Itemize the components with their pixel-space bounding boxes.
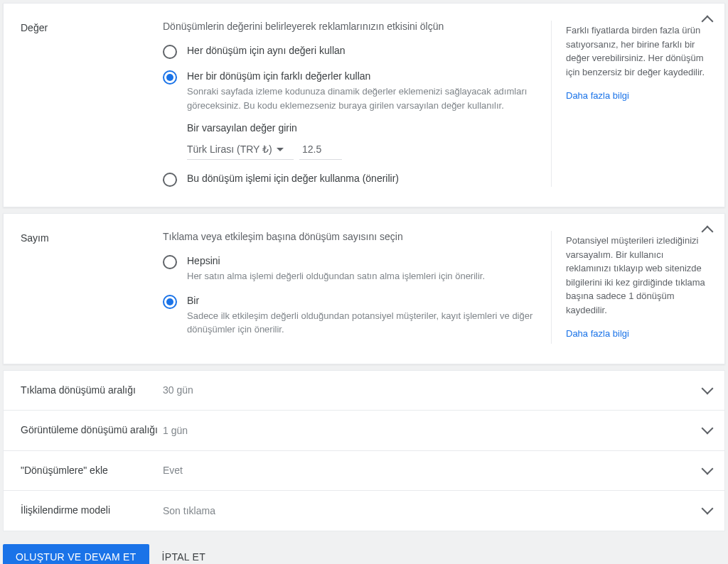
expand-button[interactable] xyxy=(703,423,712,435)
radio-none-label: Bu dönüşüm işlemi için değer kullanma (ö… xyxy=(187,173,540,184)
include-value: Evet xyxy=(163,465,183,476)
value-section-label: Değer xyxy=(21,21,163,187)
include-row[interactable]: "Dönüşümlere" ekle Evet xyxy=(3,451,725,492)
radio-diff-sub: Sonraki sayfada izleme kodunuza dinamik … xyxy=(187,85,540,112)
chevron-up-icon xyxy=(702,226,714,238)
radio-one-label: Bir xyxy=(187,295,540,306)
radio-diff-label: Her bir dönüşüm için farklı değerler kul… xyxy=(187,70,540,82)
value-info-text: Farklı fiyatlarda birden fazla ürün satı… xyxy=(566,23,707,79)
radio-same-value[interactable]: Her dönüşüm için aynı değeri kullan xyxy=(163,45,540,59)
radio-all-sub: Her satın alma işlemi değerli olduğundan… xyxy=(187,269,540,283)
value-learn-more-link[interactable]: Daha fazla bilgi xyxy=(566,89,707,103)
radio-icon xyxy=(163,45,177,59)
expand-button[interactable] xyxy=(703,384,712,395)
collapse-button[interactable] xyxy=(703,16,712,28)
radio-icon xyxy=(163,255,177,269)
count-info-box: Potansiyel müşterileri izlediğinizi vars… xyxy=(551,231,707,344)
click-window-value: 30 gün xyxy=(163,384,193,396)
include-label: "Dönüşümlere" ekle xyxy=(21,464,163,478)
value-info-box: Farklı fiyatlarda birden fazla ürün satı… xyxy=(551,21,707,187)
currency-select[interactable]: Türk Lirası (TRY ₺) xyxy=(187,139,294,160)
radio-no-value[interactable]: Bu dönüşüm işlemi için değer kullanma (ö… xyxy=(163,173,540,187)
count-section-label: Sayım xyxy=(21,231,163,344)
expand-button[interactable] xyxy=(703,504,712,515)
collapse-button[interactable] xyxy=(703,227,712,238)
radio-same-label: Her dönüşüm için aynı değeri kullan xyxy=(187,45,540,56)
view-window-label: Görüntüleme dönüşümü aralığı xyxy=(21,423,163,438)
attribution-row[interactable]: İlişkilendirme modeli Son tıklama xyxy=(3,491,725,531)
radio-one-sub: Sadece ilk etkileşim değerli olduğundan … xyxy=(187,309,540,337)
click-window-row[interactable]: Tıklama dönüşümü aralığı 30 gün xyxy=(3,370,725,411)
dropdown-icon xyxy=(277,148,284,151)
create-continue-button[interactable]: OLUŞTUR VE DEVAM ET xyxy=(3,544,149,564)
currency-text: Türk Lirası (TRY ₺) xyxy=(187,143,272,155)
value-description: Dönüşümlerin değerini belirleyerek rekla… xyxy=(163,21,540,32)
count-card: Sayım Tıklama veya etkileşim başına dönü… xyxy=(3,213,725,364)
click-window-label: Tıklama dönüşümü aralığı xyxy=(21,384,163,398)
count-info-text: Potansiyel müşterileri izlediğinizi vars… xyxy=(566,234,707,317)
chevron-up-icon xyxy=(702,16,714,28)
attribution-value: Son tıklama xyxy=(163,505,215,516)
footer: OLUŞTUR VE DEVAM ET İPTAL ET xyxy=(0,531,728,564)
radio-count-all[interactable]: Hepsini Her satın alma işlemi değerli ol… xyxy=(163,255,540,283)
radio-icon xyxy=(163,70,177,85)
radio-diff-value[interactable]: Her bir dönüşüm için farklı değerler kul… xyxy=(163,70,540,160)
radio-count-one[interactable]: Bir Sadece ilk etkileşim değerli olduğun… xyxy=(163,295,540,337)
count-section-main: Tıklama veya etkileşim başına dönüşüm sa… xyxy=(163,231,551,344)
chevron-down-icon xyxy=(702,462,714,474)
count-learn-more-link[interactable]: Daha fazla bilgi xyxy=(566,327,707,341)
default-value-label: Bir varsayılan değer girin xyxy=(187,122,540,134)
value-card: Değer Dönüşümlerin değerini belirleyerek… xyxy=(3,3,725,207)
expand-button[interactable] xyxy=(703,464,712,475)
value-section-main: Dönüşümlerin değerini belirleyerek rekla… xyxy=(163,21,551,187)
chevron-down-icon xyxy=(702,503,714,515)
default-value-input[interactable] xyxy=(299,139,342,160)
radio-all-label: Hepsini xyxy=(187,255,540,266)
view-window-row[interactable]: Görüntüleme dönüşümü aralığı 1 gün xyxy=(3,411,725,451)
radio-icon xyxy=(163,173,177,187)
view-window-value: 1 gün xyxy=(163,425,188,436)
chevron-down-icon xyxy=(702,382,714,394)
chevron-down-icon xyxy=(702,423,714,435)
cancel-button[interactable]: İPTAL ET xyxy=(162,551,206,563)
attribution-label: İlişkilendirme modeli xyxy=(21,504,163,518)
count-description: Tıklama veya etkileşim başına dönüşüm sa… xyxy=(163,231,540,242)
radio-icon xyxy=(163,295,177,309)
